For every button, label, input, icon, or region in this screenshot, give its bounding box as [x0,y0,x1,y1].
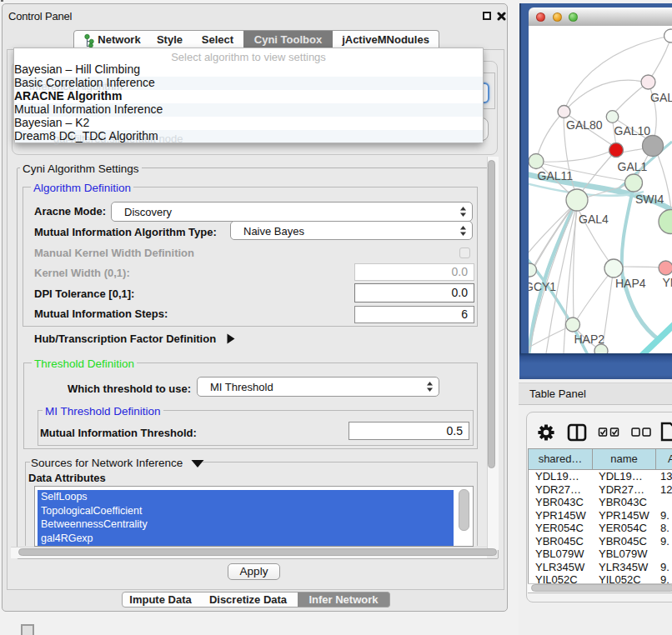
svg-text:GAL80: GAL80 [566,118,603,132]
svg-text:YM: YM [663,276,672,289]
svg-text:HAP4: HAP4 [615,277,646,290]
svg-text:HAP2: HAP2 [574,332,605,346]
svg-text:GCY1: GCY1 [529,280,556,293]
svg-text:SWI4: SWI4 [635,192,664,206]
svg-text:GAL7: GAL7 [650,91,672,104]
svg-text:GAL4: GAL4 [579,212,609,226]
svg-text:GAL11: GAL11 [538,169,574,182]
svg-text:GAL1: GAL1 [618,160,648,173]
svg-text:GAL10: GAL10 [614,124,651,138]
